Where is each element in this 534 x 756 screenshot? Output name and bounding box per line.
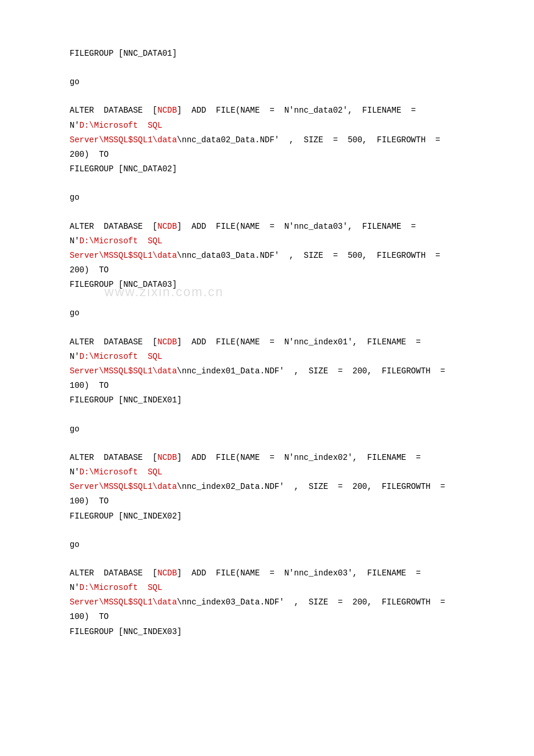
code-segment: Server\MSSQL$SQL1\data — [70, 366, 177, 376]
code-content: FILEGROUP [NNC_DATA01]goALTER DATABASE [… — [70, 46, 464, 639]
code-paragraph: go — [70, 538, 464, 552]
code-segment: go — [70, 193, 80, 202]
code-line: go — [70, 422, 464, 437]
code-line: FILEGROUP [NNC_INDEX03] — [70, 625, 464, 639]
code-segment: FILEGROUP [NNC_DATA01] — [70, 49, 177, 58]
code-line: ALTER DATABASE [NCDB] ADD FILE(NAME = N'… — [70, 103, 464, 132]
code-paragraph: go — [70, 306, 464, 321]
code-paragraph: ALTER DATABASE [NCDB] ADD FILE(NAME = N'… — [70, 335, 464, 408]
code-paragraph: ALTER DATABASE [NCDB] ADD FILE(NAME = N'… — [70, 451, 464, 524]
code-segment: FILEGROUP [NNC_INDEX02] — [70, 512, 182, 521]
code-segment: NCDB — [157, 337, 177, 347]
code-line: Server\MSSQL$SQL1\data\nnc_index01_Data.… — [70, 364, 464, 393]
code-line: ALTER DATABASE [NCDB] ADD FILE(NAME = N'… — [70, 566, 464, 595]
code-segment: ALTER DATABASE [ — [70, 337, 157, 347]
code-line: go — [70, 190, 464, 205]
code-line: FILEGROUP [NNC_INDEX01] — [70, 393, 464, 408]
code-paragraph: ALTER DATABASE [NCDB] ADD FILE(NAME = N'… — [70, 103, 464, 177]
code-segment: FILEGROUP [NNC_INDEX03] — [70, 627, 182, 636]
code-line: ALTER DATABASE [NCDB] ADD FILE(NAME = N'… — [70, 335, 464, 364]
code-segment: go — [70, 308, 80, 318]
code-segment: ALTER DATABASE [ — [70, 568, 157, 578]
code-paragraph: FILEGROUP [NNC_DATA01] — [70, 46, 464, 61]
code-segment: FILEGROUP [NNC_DATA02] — [70, 164, 177, 174]
code-line: Server\MSSQL$SQL1\data\nnc_index02_Data.… — [70, 480, 464, 509]
code-segment: go — [70, 77, 80, 87]
code-segment: ALTER DATABASE [ — [70, 453, 157, 462]
code-segment: Server\MSSQL$SQL1\data — [70, 135, 177, 145]
code-segment: ALTER DATABASE [ — [70, 222, 157, 231]
code-segment: D:\Microsoft SQL — [80, 467, 163, 477]
code-line: FILEGROUP [NNC_INDEX02] — [70, 509, 464, 524]
code-segment: go — [70, 424, 80, 434]
code-segment: Server\MSSQL$SQL1\data — [70, 482, 177, 491]
code-segment: NCDB — [157, 568, 177, 578]
code-line: ALTER DATABASE [NCDB] ADD FILE(NAME = N'… — [70, 219, 464, 249]
code-paragraph: go — [70, 190, 464, 205]
code-line: go — [70, 306, 464, 321]
code-line: go — [70, 538, 464, 552]
code-segment: Server\MSSQL$SQL1\data — [70, 251, 177, 260]
code-line: Server\MSSQL$SQL1\data\nnc_data02_Data.N… — [70, 133, 464, 162]
code-segment: D:\Microsoft SQL — [80, 121, 163, 130]
code-paragraph: go — [70, 422, 464, 437]
code-line: FILEGROUP [NNC_DATA01] — [70, 46, 464, 61]
code-segment: FILEGROUP [NNC_INDEX01] — [70, 395, 182, 405]
code-segment: go — [70, 540, 80, 549]
code-segment: ALTER DATABASE [ — [70, 106, 157, 115]
code-paragraph: ALTER DATABASE [NCDB] ADD FILE(NAME = N'… — [70, 219, 464, 293]
code-line: ALTER DATABASE [NCDB] ADD FILE(NAME = N'… — [70, 451, 464, 480]
code-segment: Server\MSSQL$SQL1\data — [70, 597, 177, 607]
code-segment: D:\Microsoft SQL — [80, 352, 163, 361]
code-line: FILEGROUP [NNC_DATA03] — [70, 278, 464, 292]
code-segment: FILEGROUP [NNC_DATA03] — [70, 280, 177, 289]
code-segment: D:\Microsoft SQL — [80, 583, 163, 592]
code-line: go — [70, 75, 464, 89]
code-paragraph: ALTER DATABASE [NCDB] ADD FILE(NAME = N'… — [70, 566, 464, 639]
code-line: Server\MSSQL$SQL1\data\nnc_index03_Data.… — [70, 595, 464, 624]
code-segment: NCDB — [157, 106, 177, 115]
code-line: Server\MSSQL$SQL1\data\nnc_data03_Data.N… — [70, 249, 464, 278]
code-line: FILEGROUP [NNC_DATA02] — [70, 162, 464, 177]
code-segment: D:\Microsoft SQL — [80, 236, 163, 246]
code-paragraph: go — [70, 75, 464, 89]
code-segment: NCDB — [157, 222, 177, 231]
code-segment: NCDB — [157, 453, 177, 462]
